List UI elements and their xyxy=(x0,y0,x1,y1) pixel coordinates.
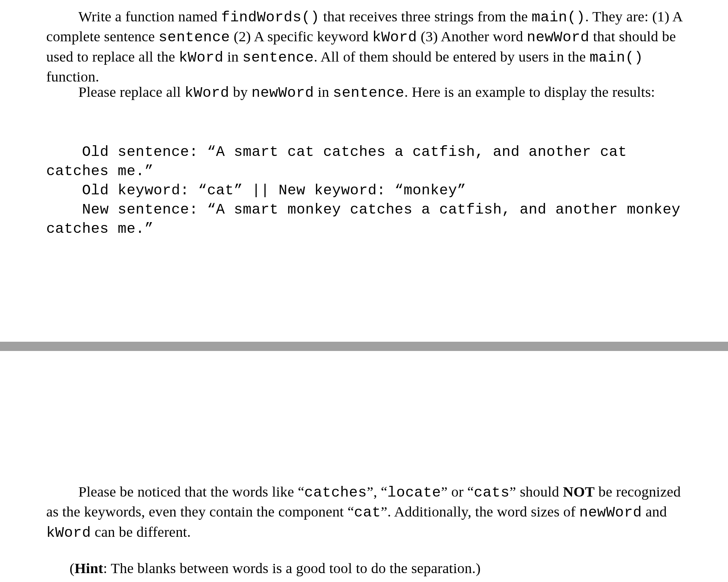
text: Please replace all xyxy=(78,84,185,100)
text: Please be noticed that the words like “ xyxy=(78,483,304,500)
text: in xyxy=(314,84,333,100)
code-kword: kWord xyxy=(372,29,417,46)
text: ( xyxy=(70,560,75,576)
text: and xyxy=(642,503,667,520)
text: ” or “ xyxy=(441,483,474,500)
text: Write a function named xyxy=(78,8,221,25)
paragraph-2: Please replace all kWord by newWord in s… xyxy=(46,83,683,103)
code-word-catches: catches xyxy=(304,484,367,501)
text: can be different. xyxy=(91,524,191,540)
code-kword: kWord xyxy=(185,85,230,101)
text: ”, “ xyxy=(367,483,387,500)
code-word-locate: locate xyxy=(387,484,441,501)
bold-hint: Hint xyxy=(74,560,103,576)
code-kword: kWord xyxy=(179,49,224,66)
text: . All of them should be entered by users… xyxy=(314,48,590,65)
text: by xyxy=(229,84,251,100)
text: : The blanks between words is a good too… xyxy=(103,560,481,576)
code-newword: newWord xyxy=(579,504,642,521)
page-divider xyxy=(0,342,728,351)
code-findwords: findWords() xyxy=(221,9,320,26)
code-newword: newWord xyxy=(252,85,314,101)
text: that receives three strings from the xyxy=(320,8,532,25)
code-sentence: sentence xyxy=(159,29,230,46)
code-sentence: sentence xyxy=(242,49,314,66)
code-word-cat: cat xyxy=(354,504,381,521)
text: (2) A specific keyword xyxy=(230,28,372,44)
paragraph-3: Please be noticed that the words like “c… xyxy=(46,482,683,542)
paragraph-1: Write a function named findWords() that … xyxy=(46,7,683,86)
text: function. xyxy=(46,68,99,85)
text: ” should xyxy=(510,483,563,500)
code-sentence: sentence xyxy=(333,85,405,101)
text: ”. Additionally, the word sizes of xyxy=(381,503,579,520)
bold-not: NOT xyxy=(563,483,595,500)
example-output: Old sentence: “A smart cat catches a cat… xyxy=(46,142,683,239)
code-newword: newWord xyxy=(527,29,590,46)
document-page: Write a function named findWords() that … xyxy=(0,0,728,582)
code-word-cats: cats xyxy=(474,484,510,501)
code-main: main() xyxy=(590,49,643,66)
text: (3) Another word xyxy=(417,28,527,44)
paragraph-hint: (Hint: The blanks between words is a goo… xyxy=(46,559,683,578)
example-line-1: Old sentence: “A smart cat catches a cat… xyxy=(46,144,636,179)
text: in xyxy=(223,48,242,65)
example-line-3: New sentence: “A smart monkey catches a … xyxy=(46,201,690,237)
code-main: main() xyxy=(532,9,585,26)
code-kword: kWord xyxy=(46,525,91,541)
text: . Here is an example to display the resu… xyxy=(404,84,655,100)
example-line-2: Old keyword: “cat” || New keyword: “monk… xyxy=(46,182,466,199)
